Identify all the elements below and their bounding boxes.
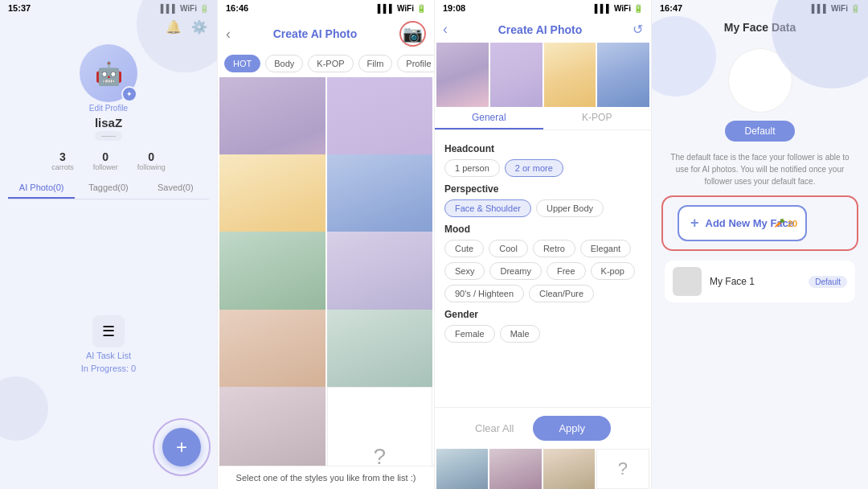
time-4: 16:47 (660, 3, 682, 13)
perspective-chips: Face & Shoulder Upper Body (444, 199, 641, 217)
face-panel: 16:47 ▌▌▌ WiFi 🔋 My Face Data Default Th… (651, 0, 868, 489)
face-description: The default face is the face your follow… (652, 146, 868, 192)
chip-male[interactable]: Male (500, 325, 540, 343)
chip-2-or-more[interactable]: 2 or more (505, 159, 563, 177)
stat-follower: 0 follower (93, 150, 118, 171)
status-icons-3: ▌▌▌ WiFi 🔋 (595, 4, 643, 13)
filter-panel: 19:08 ▌▌▌ WiFi 🔋 ‹ Create AI Photo ↺ Gen… (434, 0, 651, 489)
bottom-preview: ? (435, 449, 651, 489)
stats-row: 3 carrots 0 follower 0 following (0, 144, 217, 178)
carrots-label: carrots (51, 163, 74, 171)
gender-label: Gender (444, 309, 641, 320)
gallery-nav: ‹ Create AI Photo 📷 (218, 16, 434, 51)
mood-chips: Cute Cool Retro Elegant Sexy Dreamy Free… (444, 240, 641, 302)
back-icon[interactable]: ‹ (226, 26, 231, 43)
avatar: 🤖 ✦ (80, 44, 137, 102)
photo-9[interactable] (219, 387, 326, 466)
filter-hot[interactable]: HOT (224, 55, 260, 72)
mood-label: Mood (444, 224, 641, 235)
chip-female[interactable]: Female (444, 325, 495, 343)
profile-panel: 15:37 ▌▌▌ WiFi 🔋 🔔 ⚙️ 🤖 ✦ Edit Profile l… (0, 0, 217, 489)
preview-1 (436, 43, 489, 107)
profile-tabs: AI Photo(0) Tagged(0) Saved(0) (8, 178, 209, 199)
plus-icon: + (690, 215, 699, 232)
preview-2 (490, 43, 542, 107)
preview-3 (544, 43, 596, 107)
preview-photos (435, 43, 651, 107)
tab-tagged[interactable]: Tagged(0) (75, 178, 141, 199)
refresh-icon[interactable]: ↺ (633, 22, 643, 37)
tooltip-text: Select one of the styles you like from t… (236, 473, 416, 483)
username: lisaZ (95, 116, 122, 129)
filter-profile[interactable]: Profile (397, 55, 434, 72)
action-row: Clear All Apply (435, 407, 651, 449)
photo-grid: ? (218, 76, 434, 466)
sub-tabs: General K-POP (435, 107, 651, 130)
sub-tab-general[interactable]: General (435, 107, 543, 129)
face-item-1: My Face 1 Default (665, 261, 855, 302)
status-bar-2: 16:46 ▌▌▌ WiFi 🔋 (218, 0, 434, 16)
chip-1-person[interactable]: 1 person (444, 159, 500, 177)
add-face-wrapper: + Add New My Face 🥕 20 (665, 199, 855, 248)
face-thumb-1 (673, 267, 702, 296)
bottom-preview-1 (436, 449, 488, 489)
clear-all-button[interactable]: Clear All (475, 416, 514, 441)
carrots-num: 3 (59, 150, 66, 163)
bottom-question: ? (596, 449, 649, 489)
following-label: following (137, 163, 166, 171)
filter-nav: ‹ Create AI Photo ↺ (435, 16, 651, 43)
in-progress-label: In Progress: 0 (81, 364, 136, 373)
filter-title: Create AI Photo (454, 23, 626, 36)
chip-elegant[interactable]: Elegant (580, 240, 631, 257)
chip-free[interactable]: Free (547, 262, 586, 280)
avatar-section: 🤖 ✦ Edit Profile lisaZ —— (0, 38, 217, 144)
gender-chips: Female Male (444, 325, 641, 343)
tab-saved[interactable]: Saved(0) (142, 178, 209, 199)
chip-dreamy[interactable]: Dreamy (489, 262, 542, 280)
chip-cool[interactable]: Cool (489, 240, 528, 257)
bottom-preview-3 (543, 449, 595, 489)
wifi-icon-2: WiFi (397, 4, 414, 13)
chip-sexy[interactable]: Sexy (444, 262, 485, 280)
user-level: —— (95, 131, 122, 141)
time-1: 15:37 (8, 3, 31, 13)
sub-tab-kpop[interactable]: K-POP (543, 107, 652, 129)
time-2: 16:46 (226, 3, 248, 13)
avatar-badge: ✦ (121, 86, 137, 102)
ai-task-label: AI Task List (86, 351, 131, 360)
edit-profile-button[interactable]: Edit Profile (89, 104, 128, 113)
signal-icon-3: ▌▌▌ (595, 4, 612, 13)
ai-task-icon: ☰ (92, 315, 125, 347)
time-3: 19:08 (443, 3, 465, 13)
follower-label: follower (93, 163, 118, 171)
default-button[interactable]: Default (725, 121, 794, 142)
signal-icon-2: ▌▌▌ (378, 4, 395, 13)
apply-button[interactable]: Apply (533, 416, 611, 441)
chip-retro[interactable]: Retro (533, 240, 575, 257)
back-icon-3[interactable]: ‹ (443, 21, 448, 38)
chip-cute[interactable]: Cute (444, 240, 484, 257)
camera-icon[interactable]: 📷 (399, 21, 426, 47)
face-default-tag[interactable]: Default (809, 276, 847, 288)
add-new-face-button[interactable]: + Add New My Face 🥕 20 (678, 205, 807, 241)
preview-4 (597, 43, 649, 107)
perspective-label: Perspective (444, 183, 641, 195)
follower-num: 0 (102, 150, 108, 163)
stat-following: 0 following (137, 150, 166, 171)
tab-ai-photo[interactable]: AI Photo(0) (8, 178, 75, 199)
chip-face-shoulder[interactable]: Face & Shoulder (444, 199, 531, 217)
bottom-preview-2 (489, 449, 541, 489)
chip-clean[interactable]: Clean/Pure (529, 285, 594, 302)
chip-90s[interactable]: 90's / Highteen (444, 285, 524, 302)
wifi-icon-3: WiFi (614, 4, 631, 13)
filter-body[interactable]: Body (265, 55, 303, 72)
chip-kpop[interactable]: K-pop (591, 262, 635, 280)
stat-carrots: 3 carrots (51, 150, 74, 171)
gallery-filter-tabs: HOT Body K-POP Film Profile (218, 51, 434, 76)
photo-question[interactable]: ? (327, 387, 433, 466)
filter-section: Headcount 1 person 2 or more Perspective… (435, 137, 651, 407)
chip-upper-body[interactable]: Upper Body (536, 199, 604, 217)
filter-kpop[interactable]: K-POP (308, 55, 353, 72)
fab-button[interactable]: + (162, 428, 201, 466)
filter-film[interactable]: Film (358, 55, 393, 72)
